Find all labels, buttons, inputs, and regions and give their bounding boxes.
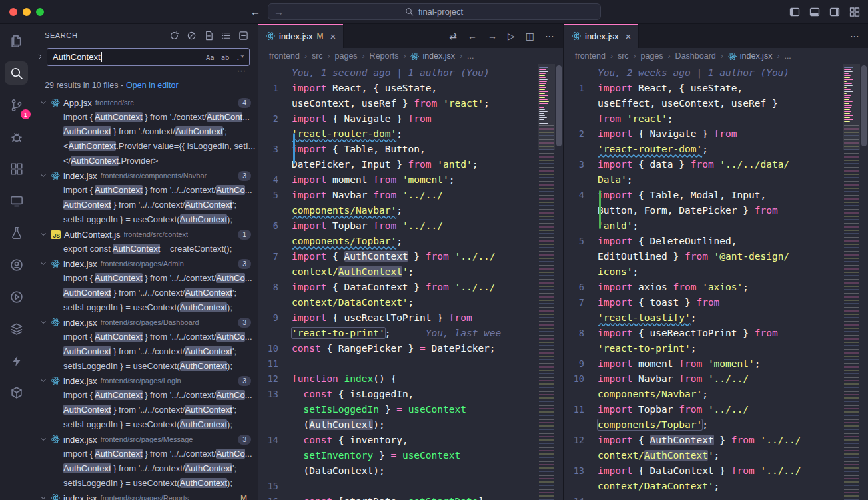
result-match-row[interactable]: import { AuthContext } from '../../conte… — [33, 271, 258, 286]
code-line[interactable]: DatePicker, Input } from 'antd'; — [258, 156, 538, 172]
back-button[interactable]: ← — [250, 6, 260, 17]
breadcrumb-more[interactable]: ... — [784, 51, 791, 61]
breadcrumb-item[interactable]: Dashboard — [675, 51, 716, 61]
result-match-row[interactable]: <AuthContext.Provider value={{ isLoggedI… — [33, 139, 258, 154]
code-line[interactable]: 7import { AuthContext } from '../../ — [258, 248, 538, 264]
code-line[interactable]: 11 — [258, 356, 538, 371]
search-input[interactable]: AuthContext Aaab.* — [47, 48, 250, 66]
activity-testing-icon[interactable] — [5, 221, 28, 244]
activity-power-icon[interactable] — [5, 349, 28, 372]
forward-button[interactable]: → — [274, 6, 284, 17]
code-line[interactable]: icons'; — [564, 264, 843, 279]
activity-containers-icon[interactable] — [5, 317, 28, 340]
code-line[interactable]: components/Navbar'; — [564, 386, 843, 401]
code-line[interactable]: 14 const { inventory, — [258, 432, 538, 447]
code-line[interactable]: 16 const [startDate, setStartDate] — [258, 493, 538, 500]
code-line[interactable]: 2import { Navigate } from — [258, 111, 538, 126]
result-match-row[interactable]: AuthContext } from './context/AuthContex… — [33, 125, 258, 139]
tab-close-icon[interactable]: × — [626, 31, 632, 42]
code-line[interactable]: 3import { data } from '../../data/ — [564, 156, 843, 172]
code-line[interactable]: components/Topbar'; — [258, 233, 538, 248]
close-window-button[interactable] — [9, 8, 17, 16]
code-line[interactable]: from 'react'; — [564, 111, 843, 126]
activity-source-control-icon[interactable]: 1 — [5, 93, 28, 117]
code-line[interactable]: 1import React, { useState, — [258, 80, 538, 95]
code-line[interactable]: 9import { useReactToPrint } from — [258, 310, 538, 325]
result-match-row[interactable]: setIsLoggedIn } = useContext(AuthContext… — [33, 212, 258, 227]
code-line[interactable]: You, 1 second ago | 1 author (You) — [258, 65, 538, 80]
code-line[interactable]: 13 const { isLoggedIn, — [258, 386, 538, 401]
editor-tab[interactable]: index.jsx M × — [258, 24, 344, 48]
split-editor-icon[interactable]: ◫ — [526, 31, 534, 41]
code-line[interactable]: components/Navbar'; — [258, 202, 538, 218]
activity-run-and-debug-icon[interactable] — [5, 125, 28, 148]
code-line[interactable]: 14 — [564, 493, 843, 500]
result-match-row[interactable]: import { AuthContext } from '../../conte… — [33, 330, 258, 344]
next-change-icon[interactable]: → — [488, 31, 497, 41]
scrollbar[interactable] — [555, 64, 563, 500]
result-match-row[interactable]: import { AuthContext } from '../../conte… — [33, 447, 258, 461]
code-line[interactable]: 'react-to-print'; You, last wee — [258, 325, 538, 340]
result-match-row[interactable]: AuthContext } from '../../context/AuthCo… — [33, 461, 258, 476]
code-line[interactable]: 4import { Table, Modal, Input, — [564, 187, 843, 202]
breadcrumb-item[interactable]: frontend — [575, 51, 606, 61]
code-line[interactable]: context/AuthContext'; — [258, 264, 538, 279]
code-editor[interactable]: You, 2 weeks ago | 1 author (You)1import… — [564, 64, 843, 500]
code-line[interactable]: 12import { AuthContext } from '../../ — [564, 432, 843, 447]
code-line[interactable]: 10const { RangePicker } = DatePicker; — [258, 340, 538, 356]
code-line[interactable]: 8import { DataContext } from '../../ — [258, 279, 538, 294]
code-line[interactable]: context/DataContext'; — [564, 478, 843, 493]
breadcrumb-file[interactable]: index.jsx — [410, 51, 455, 61]
activity-search-icon[interactable] — [5, 61, 28, 85]
view-as-list-icon[interactable] — [221, 31, 231, 41]
result-file-row[interactable]: index.jsxfrontend/src/components/Navbar3 — [33, 168, 258, 183]
minimize-window-button[interactable] — [23, 8, 31, 16]
code-line[interactable]: 2import { Navigate } from — [564, 126, 843, 141]
result-match-row[interactable]: AuthContext } from '../../context/AuthCo… — [33, 344, 258, 359]
open-changes-icon[interactable]: ⇄ — [449, 31, 457, 41]
result-file-row[interactable]: index.jsxfrontend/src/pages/Login3 — [33, 374, 258, 388]
breadcrumb-item[interactable]: frontend — [269, 51, 300, 61]
result-match-row[interactable]: import { AuthContext } from '../../conte… — [33, 388, 258, 403]
result-match-row[interactable]: AuthContext } from '../../context/AuthCo… — [33, 403, 258, 417]
code-line[interactable]: You, 2 weeks ago | 1 author (You) — [564, 65, 843, 80]
code-line[interactable]: 3import { Table, Button, — [258, 141, 538, 156]
activity-explorer-icon[interactable] — [5, 29, 28, 53]
result-match-row[interactable]: export const AuthContext = createContext… — [33, 242, 258, 256]
scrollbar-thumb[interactable] — [556, 65, 562, 146]
breadcrumb-item[interactable]: pages — [641, 51, 663, 61]
toggle-replace-chevron-icon[interactable] — [36, 53, 45, 61]
result-file-row[interactable]: App.jsxfrontend/src4 — [33, 95, 258, 110]
collapse-all-icon[interactable] — [238, 31, 248, 41]
toggle-search-details-icon[interactable]: ··· — [237, 66, 246, 77]
code-line[interactable]: setInventory } = useContext — [258, 447, 538, 463]
breadcrumb-item[interactable]: src — [618, 51, 629, 61]
code-line[interactable]: 7import { toast } from — [564, 294, 843, 310]
result-file-row[interactable]: index.jsxfrontend/src/pages/Dashboard3 — [33, 315, 258, 330]
tab-close-icon[interactable]: × — [330, 31, 336, 42]
result-file-row[interactable]: index.jsxfrontend/src/pages/Message3 — [33, 432, 258, 447]
result-file-row[interactable]: index.jsxfrontend/src/pages/Admin3 — [33, 256, 258, 271]
command-center-search[interactable]: final-project — [268, 3, 601, 20]
breadcrumb-item[interactable]: src — [312, 51, 323, 61]
activity-extensions-icon[interactable] — [5, 157, 28, 180]
result-match-row[interactable]: import { AuthContext } from '../../conte… — [33, 183, 258, 198]
editor-tab[interactable]: index.jsx × — [564, 24, 639, 48]
activity-accounts-icon[interactable] — [5, 253, 28, 276]
regex-icon[interactable]: .* — [234, 52, 246, 63]
run-icon[interactable]: ▷ — [508, 31, 515, 41]
code-line[interactable]: 8import { useReactToPrint } from — [564, 325, 843, 340]
whole-word-icon[interactable]: ab — [219, 52, 232, 63]
code-line[interactable]: 6import axios from 'axios'; — [564, 279, 843, 294]
code-line[interactable]: useContext, useRef } from 'react'; — [258, 95, 538, 111]
minimap[interactable] — [843, 64, 860, 500]
result-match-row[interactable]: import { AuthContext } from './context/A… — [33, 110, 258, 125]
code-line[interactable]: 12function index() { — [258, 371, 538, 386]
toggle-primary-sidebar-icon[interactable] — [789, 7, 800, 17]
code-line[interactable]: 5import Navbar from '../../ — [258, 187, 538, 202]
scrollbar-thumb[interactable] — [861, 65, 867, 146]
code-line[interactable]: context/DataContext'; — [258, 294, 538, 310]
code-line[interactable]: (DataContext); — [258, 463, 538, 478]
code-line[interactable]: 10import Navbar from '../../ — [564, 371, 843, 386]
code-line[interactable]: 'react-to-print'; — [564, 340, 843, 356]
